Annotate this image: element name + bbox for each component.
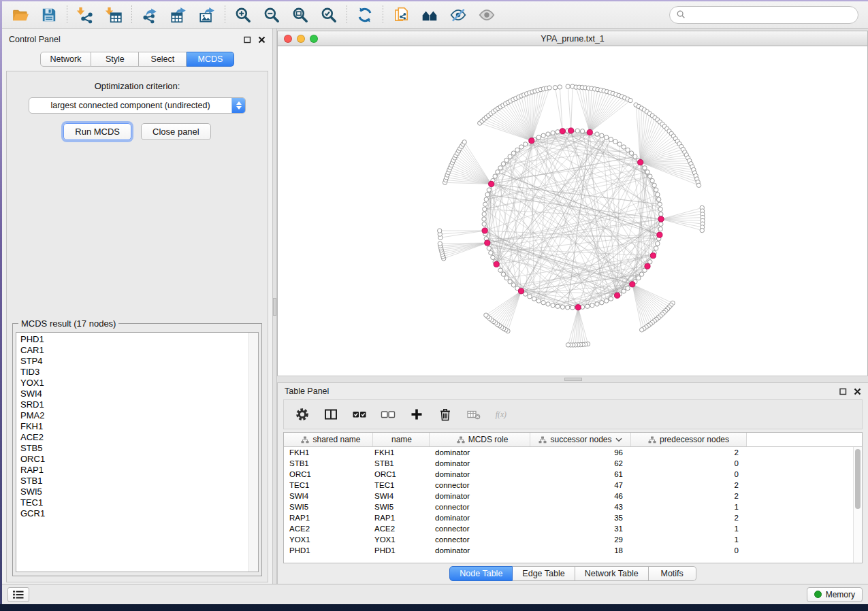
column-header-shared-name[interactable]: shared name [284,433,373,446]
fx-icon: f(x) [495,407,510,422]
column-header-name[interactable]: name [373,433,430,446]
function-builder-button[interactable]: f(x) [491,404,514,425]
splitter-handle[interactable] [273,298,276,316]
table-row[interactable]: ORC1ORC1dominator610 [284,469,853,480]
node-table: shared name name MCDS role s [283,432,863,563]
new-network-from-selection-button[interactable] [387,3,415,27]
mcds-result-item[interactable]: TID3 [20,367,247,378]
cytoscape-window: Control Panel Network Style Select MCDS … [2,1,868,604]
table-row[interactable]: SWI5SWI5connector431 [284,501,853,512]
mcds-result-item[interactable]: PHD1 [20,334,247,345]
tab-select[interactable]: Select [139,52,187,67]
control-panel: Control Panel Network Style Select MCDS … [2,29,272,584]
splitter-handle[interactable] [564,378,582,381]
table-row[interactable]: PHD1PHD1dominator180 [284,545,853,556]
close-panel-button[interactable]: Close panel [141,123,211,140]
first-neighbors-icon [421,6,438,24]
trash-icon [438,407,453,422]
network-canvas[interactable] [278,46,867,376]
network-document-icon [392,6,410,24]
table-settings-button[interactable] [291,404,314,425]
table-panel-title: Table Panel [285,386,329,396]
delete-column-button[interactable] [434,404,457,425]
show-all-button[interactable] [472,3,501,27]
zoom-selected-button[interactable] [315,3,343,27]
show-task-history-button[interactable] [7,587,29,602]
export-network-icon [141,6,159,24]
tab-mcds[interactable]: MCDS [187,52,234,67]
mcds-result-item[interactable]: STP4 [20,356,247,367]
mcds-result-item[interactable]: PMA2 [20,410,247,421]
table-row[interactable]: TEC1TEC1connector472 [284,480,853,491]
mcds-list-scrollbar[interactable] [248,333,258,572]
hide-selected-button[interactable] [444,3,472,27]
optimization-criterion-value: largest connected component (undirected) [29,98,231,113]
tab-node-table[interactable]: Node Table [449,566,513,581]
mcds-result-item[interactable]: ORC1 [20,454,247,465]
mcds-result-item[interactable]: RAP1 [20,465,247,476]
run-mcds-button[interactable]: Run MCDS [63,123,131,140]
mcds-result-item[interactable]: FKH1 [20,421,247,432]
table-row[interactable]: STB1STB1dominator620 [284,458,853,469]
horizontal-splitter[interactable] [277,376,868,383]
float-panel-icon[interactable] [244,36,251,44]
deselect-all-button[interactable] [376,404,400,425]
mcds-result-item[interactable]: YOX1 [20,378,247,389]
tab-network-table[interactable]: Network Table [575,566,649,581]
mcds-result-item[interactable]: SRD1 [20,399,247,410]
delete-table-button[interactable] [462,404,485,425]
float-panel-icon[interactable] [839,388,847,395]
export-table-button[interactable] [164,3,193,27]
mcds-result-item[interactable]: GCR1 [20,508,247,519]
search-input[interactable] [690,10,851,20]
table-row[interactable]: SWI4SWI4dominator462 [284,491,853,501]
optimization-criterion-select[interactable]: largest connected component (undirected) [29,97,246,114]
network-column-icon [539,436,547,444]
mcds-result-item[interactable]: STB1 [20,476,247,486]
table-panel: Table Panel [277,383,868,584]
table-row[interactable]: YOX1YOX1connector291 [284,534,853,545]
table-row[interactable]: RAP1RAP1dominator352 [284,512,853,523]
mcds-result-item[interactable]: SWI4 [20,389,247,399]
mcds-result-item[interactable]: TEC1 [20,497,247,508]
close-panel-icon[interactable] [258,36,266,44]
mcds-result-item[interactable]: ACE2 [20,432,247,443]
delete-table-icon [466,407,481,422]
column-header-successor-nodes[interactable]: successor nodes [530,433,631,446]
columns-icon [323,407,338,422]
export-network-button[interactable] [135,3,164,27]
zoom-fit-button[interactable] [286,3,315,27]
apply-layout-button[interactable] [351,3,379,27]
deselect-all-icon [381,407,396,422]
first-neighbors-button[interactable] [415,3,444,27]
mcds-result-item[interactable]: STB5 [20,443,247,454]
zoom-out-button[interactable] [257,3,286,27]
open-file-button[interactable] [6,3,35,27]
close-panel-icon[interactable] [854,388,861,395]
mcds-result-list[interactable]: PHD1CAR1STP4TID3YOX1SWI4SRD1PMA2FKH1ACE2… [16,332,259,572]
create-column-button[interactable] [405,404,428,425]
tab-motifs[interactable]: Motifs [649,566,696,581]
show-column-button[interactable] [319,404,342,425]
zoom-in-button[interactable] [229,3,257,27]
tab-edge-table[interactable]: Edge Table [513,566,575,581]
column-header-predecessor-nodes[interactable]: predecessor nodes [631,433,747,446]
scrollbar-thumb[interactable] [855,449,861,509]
table-row[interactable]: ACE2ACE2connector311 [284,523,853,534]
column-header-mcds-role[interactable]: MCDS role [430,433,530,446]
table-tabs: Node Table Edge Table Network Table Moti… [278,563,868,584]
table-row[interactable]: FKH1FKH1dominator962 [284,447,853,458]
import-table-button[interactable] [99,3,128,27]
vertical-splitter[interactable] [272,29,277,584]
import-network-button[interactable] [71,3,99,27]
mcds-result-item[interactable]: CAR1 [20,345,247,356]
save-session-button[interactable] [35,3,63,27]
mcds-result-item[interactable]: SWI5 [20,486,247,497]
select-all-button[interactable] [348,404,371,425]
desktop: Control Panel Network Style Select MCDS … [0,0,868,611]
tab-style[interactable]: Style [91,52,139,67]
table-scrollbar[interactable] [853,447,862,563]
tab-network[interactable]: Network [40,52,92,67]
memory-button[interactable]: Memory [807,587,863,602]
export-image-button[interactable] [193,3,221,27]
